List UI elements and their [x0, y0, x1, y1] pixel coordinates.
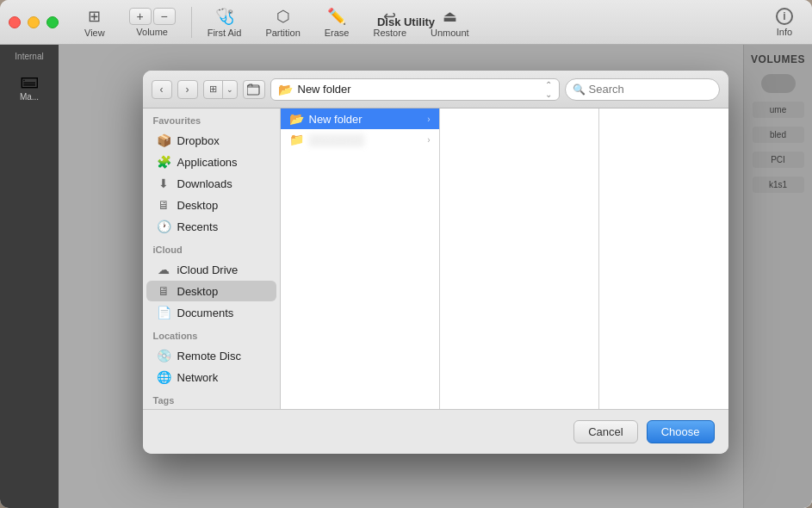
- sidebar-dropbox-label: Dropbox: [177, 134, 220, 147]
- forward-button[interactable]: ›: [177, 80, 198, 99]
- new-folder-button[interactable]: [243, 80, 265, 99]
- unmount-icon: ⏏: [443, 7, 457, 26]
- file-item-blurred[interactable]: 📁 ░░░░░░░ ›: [281, 129, 439, 150]
- erase-icon: ✏️: [327, 7, 346, 26]
- documents-icon: 📄: [157, 306, 170, 319]
- view-chevron[interactable]: ⌄: [223, 81, 237, 98]
- blurred-folder-label: ░░░░░░░: [309, 133, 423, 146]
- path-dropdown[interactable]: 📂 New folder ⌃⌄: [270, 78, 560, 101]
- disk-icon: 🖴: [7, 70, 52, 92]
- first-aid-icon: 🩺: [215, 7, 234, 26]
- search-input[interactable]: [589, 83, 728, 96]
- first-aid-label: First Aid: [208, 28, 242, 38]
- volume-group: + − Volume: [117, 4, 188, 40]
- open-dialog: ‹ › ⊞ ⌄: [143, 71, 728, 454]
- restore-label: Restore: [374, 28, 407, 38]
- first-aid-group[interactable]: 🩺 First Aid: [195, 3, 254, 41]
- partition-label: Partition: [265, 28, 300, 38]
- app-window: ⊞ View + − Volume 🩺 First Aid ⬡ Partitio…: [0, 0, 812, 508]
- du-right-panel: VOLUMES ume bled PCI k1s1: [59, 45, 812, 508]
- erase-group[interactable]: ✏️ Erase: [313, 3, 362, 41]
- path-arrow: ⌃⌄: [545, 80, 552, 99]
- downloads-icon: ⬇: [157, 177, 170, 190]
- add-volume-button[interactable]: +: [129, 8, 152, 25]
- sidebar-downloads-label: Downloads: [177, 177, 232, 190]
- sidebar-icloud-drive-label: iCloud Drive: [177, 263, 239, 276]
- sidebar-item-recents[interactable]: 🕐 Recents: [146, 216, 276, 237]
- erase-label: Erase: [325, 28, 350, 38]
- desktop-fav-icon: 🖥: [157, 198, 170, 212]
- partition-group[interactable]: ⬡ Partition: [253, 3, 312, 41]
- info-group[interactable]: i Info: [766, 4, 803, 40]
- desktop-icloud-icon: 🖥: [157, 284, 170, 298]
- unmount-label: Unmount: [431, 28, 469, 38]
- file-column-2: [440, 108, 599, 409]
- sidebar-item-desktop-fav[interactable]: 🖥 Desktop: [146, 195, 276, 215]
- sidebar-item-dropbox[interactable]: 📦 Dropbox: [146, 130, 276, 151]
- du-sidebar: Internal 🖴 Ma...: [0, 45, 59, 508]
- choose-button[interactable]: Choose: [647, 420, 715, 443]
- view-toggle-button[interactable]: ⊞ ⌄: [203, 80, 238, 99]
- sidebar-remote-disc-label: Remote Disc: [177, 350, 241, 362]
- minimize-button[interactable]: [28, 16, 40, 28]
- sidebar-item-network[interactable]: 🌐 Network: [146, 367, 276, 387]
- sidebar-applications-label: Applications: [177, 156, 238, 169]
- du-disk-item[interactable]: 🖴 Ma...: [0, 65, 59, 107]
- dialog-footer: Cancel Choose: [143, 409, 728, 454]
- sidebar-documents-label: Documents: [177, 307, 234, 319]
- close-button[interactable]: [9, 16, 21, 28]
- search-box: 🔍: [565, 78, 720, 101]
- file-column-3: [599, 108, 728, 409]
- view-label: View: [84, 28, 105, 38]
- back-button[interactable]: ‹: [152, 80, 172, 99]
- title-bar: ⊞ View + − Volume 🩺 First Aid ⬡ Partitio…: [0, 0, 812, 45]
- sidebar-desktop-fav-label: Desktop: [177, 199, 219, 212]
- sidebar-item-remote-disc[interactable]: 💿 Remote Disc: [146, 345, 276, 366]
- folder-icon: 📂: [278, 83, 293, 96]
- icloud-header: iCloud: [143, 238, 280, 258]
- dropbox-icon: 📦: [157, 133, 170, 147]
- sidebar-item-icloud-drive[interactable]: ☁ iCloud Drive: [146, 259, 276, 280]
- dialog-body: Favourites 📦 Dropbox 🧩 Applications ⬇: [143, 108, 728, 409]
- volume-label: Volume: [136, 27, 168, 37]
- file-columns-area: 📂 New folder › 📁 ░░░░░░░ ›: [281, 108, 728, 409]
- sidebar-item-downloads[interactable]: ⬇ Downloads: [146, 173, 276, 194]
- sidebar-network-label: Network: [177, 371, 219, 384]
- dialog-overlay: ‹ › ⊞ ⌄: [59, 45, 812, 508]
- recents-icon: 🕐: [157, 220, 170, 233]
- traffic-lights: [9, 16, 59, 28]
- cancel-button[interactable]: Cancel: [573, 420, 637, 443]
- file-item-new-folder[interactable]: 📂 New folder ›: [281, 108, 439, 129]
- blurred-arrow: ›: [427, 135, 430, 145]
- partition-icon: ⬡: [276, 7, 290, 26]
- sidebar-recents-label: Recents: [177, 220, 219, 233]
- applications-icon: 🧩: [157, 155, 170, 169]
- sidebar-item-documents[interactable]: 📄 Documents: [146, 302, 276, 323]
- internal-header: Internal: [0, 45, 59, 65]
- network-icon: 🌐: [157, 370, 170, 384]
- dialog-sidebar: Favourites 📦 Dropbox 🧩 Applications ⬇: [143, 108, 281, 409]
- info-label: Info: [777, 27, 792, 37]
- search-icon: 🔍: [573, 84, 586, 96]
- locations-header: Locations: [143, 324, 280, 344]
- remove-volume-button[interactable]: −: [153, 8, 176, 25]
- file-column-1: 📂 New folder › 📁 ░░░░░░░ ›: [281, 108, 440, 409]
- new-folder-icon: [247, 84, 261, 96]
- maximize-button[interactable]: [46, 16, 59, 28]
- du-disk-label: Ma...: [7, 92, 52, 102]
- columns-view-icon[interactable]: ⊞: [204, 81, 223, 98]
- info-icon: i: [776, 8, 793, 25]
- blurred-folder-icon: 📁: [289, 133, 304, 146]
- sidebar-item-applications[interactable]: 🧩 Applications: [146, 152, 276, 172]
- view-group: ⊞ View: [72, 3, 117, 41]
- new-folder-arrow: ›: [427, 115, 430, 124]
- favourites-header: Favourites: [143, 108, 280, 129]
- icloud-drive-icon: ☁: [157, 263, 170, 276]
- dialog-toolbar: ‹ › ⊞ ⌄: [143, 71, 728, 108]
- new-folder-item-icon: 📂: [289, 112, 304, 126]
- tags-header: Tags: [143, 388, 280, 409]
- sidebar-item-desktop-icloud[interactable]: 🖥 Desktop: [146, 281, 276, 301]
- sidebar-desktop-icloud-label: Desktop: [177, 285, 219, 298]
- main-content: Internal 🖴 Ma... VOLUMES ume bled: [0, 45, 812, 508]
- path-text: New folder: [298, 83, 540, 96]
